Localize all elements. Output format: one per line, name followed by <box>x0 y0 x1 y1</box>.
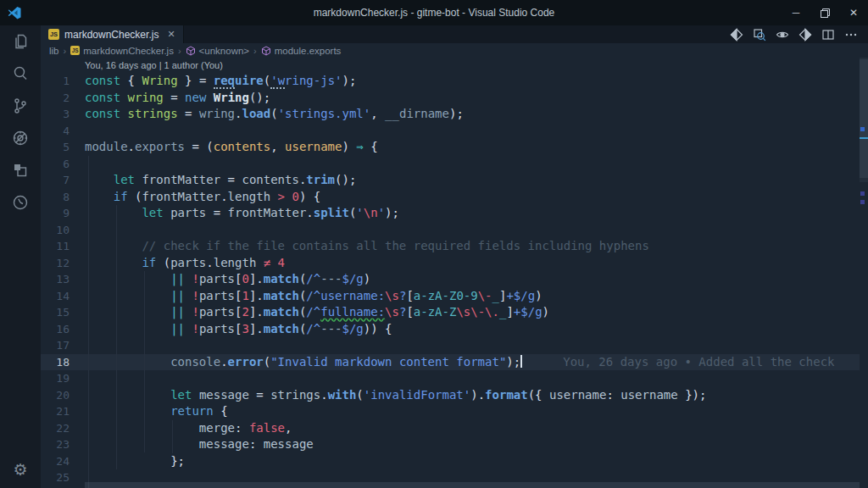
split-editor-icon[interactable] <box>821 28 835 42</box>
vscode-logo-icon <box>8 6 22 20</box>
code-line-24[interactable]: 24}; <box>41 453 868 470</box>
js-file-icon: JS <box>48 29 59 40</box>
restore-icon <box>821 8 830 18</box>
horizontal-scrollbar[interactable] <box>85 482 860 488</box>
history-icon[interactable] <box>0 186 41 219</box>
line-number: 23 <box>41 436 70 453</box>
code-lines: 1const { Wring } = require('wring-js');2… <box>41 73 868 488</box>
ruler-mark <box>860 137 868 139</box>
line-number: 3 <box>41 106 70 123</box>
line-number: 11 <box>41 238 70 255</box>
code-line-12[interactable]: 12if (parts.length ≠ 4 <box>41 255 868 272</box>
code-line-19[interactable]: 19 <box>41 370 868 387</box>
overview-ruler[interactable] <box>860 58 868 488</box>
code-line-14[interactable]: 14|| !parts[1].match(/^username:\s?[a-zA… <box>41 288 868 305</box>
indent-guide <box>116 205 117 469</box>
breadcrumb-separator: › <box>64 46 67 56</box>
breadcrumb: lib › JS markdownChecker.js › <unknown> … <box>41 43 868 58</box>
line-number: 5 <box>41 139 70 156</box>
source-control-icon[interactable] <box>0 90 41 122</box>
code-line-1[interactable]: 1const { Wring } = require('wring-js'); <box>41 73 868 90</box>
code-line-18[interactable]: 18console.error("Invalid markdown conten… <box>41 354 868 371</box>
breadcrumb-item-module-exports[interactable]: module.exports <box>261 46 342 56</box>
code-line-10[interactable]: 10 <box>41 222 868 239</box>
code-line-9[interactable]: 9let parts = frontMatter.split('\n'); <box>41 205 868 222</box>
open-changes-icon[interactable] <box>730 28 743 42</box>
js-file-icon: JS <box>70 46 80 55</box>
line-number: 15 <box>41 304 70 321</box>
code-line-22[interactable]: 22merge: false, <box>41 420 868 437</box>
search-icon[interactable] <box>0 58 41 90</box>
breadcrumb-separator: › <box>253 46 257 56</box>
titlebar: markdownChecker.js - gitme-bot - Visual … <box>0 0 868 25</box>
code-line-21[interactable]: 21return { <box>41 403 868 420</box>
indent-guide <box>88 156 89 488</box>
explorer-icon[interactable] <box>0 25 41 58</box>
line-number: 10 <box>41 222 70 239</box>
restore-button[interactable] <box>810 0 839 25</box>
line-number: 8 <box>41 189 70 206</box>
code-line-16[interactable]: 16|| !parts[3].match(/^---$/g)) { <box>41 321 868 338</box>
git-blame-annotation: You, 26 days ago • Added all the check <box>563 355 834 369</box>
open-changes-right-icon[interactable] <box>798 28 812 42</box>
breadcrumb-item-unknown[interactable]: <unknown> <box>186 46 249 56</box>
ruler-mark <box>860 200 865 204</box>
ruler-mark <box>860 127 865 131</box>
tab-markdownchecker[interactable]: JS markdownChecker.js ✕ <box>41 25 184 43</box>
symbol-module-icon <box>186 46 196 56</box>
code-line-8[interactable]: 8if (frontMatter.length > 0) { <box>41 189 868 206</box>
line-number: 16 <box>41 321 70 338</box>
text-cursor <box>520 355 522 368</box>
line-number: 4 <box>41 123 70 140</box>
settings-gear-icon[interactable]: ⚙ <box>0 451 41 488</box>
code-line-23[interactable]: 23message: message <box>41 436 868 453</box>
close-button[interactable]: ✕ <box>839 0 868 25</box>
line-number: 7 <box>41 172 70 189</box>
minimize-button[interactable]: ─ <box>782 0 810 25</box>
search-commits-icon[interactable] <box>753 28 766 42</box>
line-number: 14 <box>41 288 70 305</box>
line-number: 24 <box>41 453 70 470</box>
tab-close-icon[interactable]: ✕ <box>167 29 175 40</box>
line-number: 9 <box>41 205 70 222</box>
code-line-5[interactable]: 5module.exports = (contents, username) ⇒… <box>41 139 868 156</box>
tab-label: markdownChecker.js <box>64 29 159 41</box>
toggle-blame-eye-icon[interactable] <box>776 28 789 42</box>
extensions-icon[interactable] <box>0 154 41 186</box>
line-number: 19 <box>41 370 70 387</box>
code-editor[interactable]: You, 16 days ago | 1 author (You) 1const… <box>41 58 868 488</box>
indent-guide <box>172 420 173 453</box>
code-line-3[interactable]: 3const strings = wring.load('strings.yml… <box>41 106 868 123</box>
line-number: 22 <box>41 420 70 437</box>
breadcrumb-item-lib[interactable]: lib <box>49 46 59 56</box>
breadcrumb-item-file[interactable]: JS markdownChecker.js <box>70 46 174 56</box>
breadcrumb-separator: › <box>178 46 181 56</box>
code-line-17[interactable]: 17 <box>41 337 868 354</box>
line-number: 17 <box>41 337 70 354</box>
code-line-20[interactable]: 20let message = strings.with('invalidFor… <box>41 387 868 404</box>
code-line-6[interactable]: 6 <box>41 156 868 173</box>
code-line-13[interactable]: 13|| !parts[0].match(/^---$/g) <box>41 271 868 288</box>
editor-actions <box>730 25 868 43</box>
ruler-mark <box>860 191 865 196</box>
code-line-11[interactable]: 11// check if the file contains all the … <box>41 238 868 255</box>
tab-bar: JS markdownChecker.js ✕ <box>41 25 868 43</box>
window-title: markdownChecker.js - gitme-bot - Visual … <box>0 7 868 19</box>
code-line-15[interactable]: 15|| !parts[2].match(/^fullname:\s?[a-zA… <box>41 304 868 321</box>
activity-bar: ⚙ <box>0 25 41 488</box>
debug-icon[interactable] <box>0 122 41 154</box>
code-line-4[interactable]: 4 <box>41 123 868 140</box>
more-actions-icon[interactable] <box>844 28 858 42</box>
symbol-module-icon <box>261 46 271 56</box>
line-number: 2 <box>41 90 70 107</box>
codelens-annotation[interactable]: You, 16 days ago | 1 author (You) <box>41 58 868 73</box>
scrollbar-thumb[interactable] <box>860 59 868 178</box>
code-line-7[interactable]: 7let frontMatter = contents.trim(); <box>41 172 868 189</box>
line-number: 1 <box>41 73 70 90</box>
editor-group: JS markdownChecker.js ✕ <box>41 25 868 488</box>
line-number: 18 <box>41 354 70 371</box>
line-number: 12 <box>41 255 70 272</box>
line-number: 25 <box>41 469 70 486</box>
indent-guide <box>144 271 145 452</box>
code-line-2[interactable]: 2const wring = new Wring(); <box>41 90 868 107</box>
